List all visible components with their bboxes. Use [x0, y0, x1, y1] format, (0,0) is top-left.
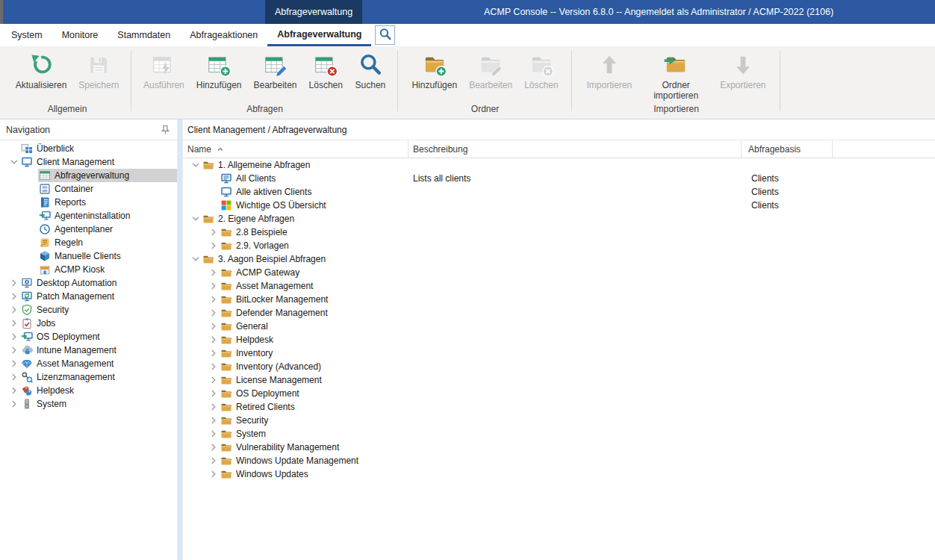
chevron-right-icon[interactable]	[207, 388, 220, 399]
nav-item-client-management[interactable]: Client Management	[0, 155, 177, 169]
table-row-security[interactable]: Security	[183, 414, 935, 427]
ribbon-importieren-ordner-importieren-button[interactable]: Ordner importieren	[638, 50, 714, 101]
nav-item-agenteninstallation[interactable]: Agenteninstallation	[0, 209, 177, 223]
menu-item-stammdaten[interactable]: Stammdaten	[108, 24, 180, 46]
license-icon	[21, 371, 33, 383]
chevron-right-icon[interactable]	[207, 455, 220, 467]
menu-item-abfrageaktionen[interactable]: Abfrageaktionen	[180, 24, 267, 46]
table-row-acmp-gateway[interactable]: ACMP Gateway	[183, 266, 935, 279]
nav-item-helpdesk[interactable]: Helpdesk	[0, 384, 177, 397]
chevron-right-icon[interactable]	[7, 358, 20, 370]
chevron-right-icon[interactable]	[207, 240, 220, 252]
chevron-right-icon[interactable]	[207, 280, 220, 292]
chevron-right-icon[interactable]	[207, 428, 220, 440]
chevron-right-icon[interactable]	[7, 344, 20, 356]
table-row-3-aagon-beispiel-abfragen[interactable]: 3. Aagon Beispiel Abfragen	[183, 252, 935, 266]
chevron-down-icon[interactable]	[189, 253, 202, 265]
nav-item-desktop-automation[interactable]: Desktop Automation	[0, 276, 177, 290]
chevron-right-icon[interactable]	[7, 398, 20, 410]
table-row-retired-clients[interactable]: Retired Clients	[183, 400, 935, 414]
table-row-vulnerability-management[interactable]: Vulnerability Management	[183, 441, 935, 454]
nav-item-jobs[interactable]: Jobs	[0, 317, 177, 330]
column-header-name[interactable]: Name	[183, 140, 409, 158]
ribbon-abfragen-loeschen-button[interactable]: Löschen	[303, 50, 349, 90]
folder-icon	[202, 213, 214, 225]
chevron-right-icon[interactable]	[207, 361, 220, 373]
table-row-os-deployment[interactable]: OS Deployment	[183, 387, 935, 400]
chevron-right-icon[interactable]	[207, 293, 220, 305]
chevron-right-icon[interactable]	[207, 401, 220, 413]
nav-item-lizenzmanagement[interactable]: Lizenzmanagement	[0, 370, 177, 384]
table-row-helpdesk[interactable]: Helpdesk	[183, 333, 935, 346]
chevron-right-icon[interactable]	[207, 307, 220, 319]
nav-item-system[interactable]: System	[0, 397, 177, 411]
chevron-right-icon[interactable]	[207, 374, 220, 386]
nav-item-intune-management[interactable]: Intune Management	[0, 343, 177, 357]
nav-item-ueberblick[interactable]: Überblick	[0, 142, 177, 155]
table-row-2-eigene-abfragen[interactable]: 2. Eigene Abfragen	[183, 212, 935, 225]
chevron-right-icon[interactable]	[207, 334, 220, 346]
nav-item-regeln[interactable]: Regeln	[0, 236, 177, 249]
table-row-asset-management[interactable]: Asset Management	[183, 279, 935, 293]
navigation-panel-header: Navigation	[0, 119, 177, 140]
nav-item-inner: Reports	[38, 196, 177, 209]
nav-item-manuelle-clients[interactable]: Manuelle Clients	[0, 249, 177, 263]
menu-item-system[interactable]: System	[1, 24, 52, 46]
column-header-abfragebasis[interactable]: Abfragebasis	[742, 140, 833, 158]
nav-item-agentenplaner[interactable]: Agentenplaner	[0, 223, 177, 236]
menu-item-monitore[interactable]: Monitore	[52, 24, 108, 46]
table-row-defender-management[interactable]: Defender Management	[183, 306, 935, 320]
chevron-right-icon[interactable]	[7, 371, 20, 383]
ribbon-abfragen-hinzufuegen-button[interactable]: Hinzufügen	[190, 50, 248, 90]
cell-name: General	[183, 320, 409, 333]
table-row-general[interactable]: General	[183, 320, 935, 333]
table-row-2-8-beispiele[interactable]: 2.8 Beispiele	[183, 225, 935, 239]
pin-icon[interactable]	[159, 124, 171, 136]
table-row-bitlocker-management[interactable]: BitLocker Management	[183, 293, 935, 306]
chevron-down-icon[interactable]	[7, 156, 20, 168]
ribbon-ordner-hinzufuegen-button[interactable]: Hinzufügen	[406, 50, 463, 90]
chevron-right-icon[interactable]	[207, 226, 220, 238]
chevron-right-icon[interactable]	[207, 267, 220, 279]
table-row-license-management[interactable]: License Management	[183, 373, 935, 387]
chevron-right-icon[interactable]	[7, 385, 20, 396]
nav-item-container[interactable]: Container	[0, 182, 177, 196]
chevron-right-icon[interactable]	[7, 277, 20, 289]
table-row-alle-aktiven-clients[interactable]: Alle aktiven ClientsClients	[183, 185, 935, 199]
nav-item-abfrageverwaltung[interactable]: Abfrageverwaltung	[0, 169, 177, 182]
nav-item-acmp-kiosk[interactable]: ACMP Kiosk	[0, 263, 177, 276]
chevron-right-icon[interactable]	[7, 304, 20, 316]
chevron-right-icon[interactable]	[207, 441, 220, 453]
chevron-right-icon[interactable]	[7, 290, 20, 302]
clock-icon	[39, 223, 51, 235]
table-row-system[interactable]: System	[183, 427, 935, 441]
ribbon-allgemein-aktualisieren-button[interactable]: Aktualisieren	[10, 50, 73, 90]
chevron-right-icon[interactable]	[207, 320, 220, 332]
chevron-down-icon[interactable]	[189, 159, 202, 171]
nav-item-patch-management[interactable]: Patch Management	[0, 290, 177, 303]
panel-splitter[interactable]	[177, 119, 183, 560]
nav-item-os-deployment[interactable]: OS Deployment	[0, 330, 177, 343]
chevron-right-icon[interactable]	[207, 414, 220, 426]
column-header-beschreibung[interactable]: Beschreibung	[409, 140, 742, 158]
chevron-right-icon[interactable]	[207, 347, 220, 359]
table-row-wichtige-os-uebersicht[interactable]: Wichtige OS ÜbersichtClients	[183, 199, 935, 212]
table-row-inventory-advanced[interactable]: Inventory (Advanced)	[183, 360, 935, 373]
menu-search-button[interactable]	[375, 25, 395, 45]
table-row-1-allgemeine-abfragen[interactable]: 1. Allgemeine Abfragen	[183, 158, 935, 172]
chevron-right-icon[interactable]	[7, 331, 20, 343]
chevron-right-icon[interactable]	[7, 317, 20, 329]
menu-item-abfrageverwaltung[interactable]: Abfrageverwaltung	[267, 24, 371, 46]
table-row-windows-update-management[interactable]: Windows Update Management	[183, 454, 935, 467]
nav-item-asset-management[interactable]: Asset Management	[0, 357, 177, 370]
nav-item-reports[interactable]: Reports	[0, 196, 177, 209]
table-row-all-clients[interactable]: All ClientsLists all clientsClients	[183, 172, 935, 185]
table-row-windows-updates[interactable]: Windows Updates	[183, 467, 935, 481]
table-row-inventory[interactable]: Inventory	[183, 346, 935, 360]
chevron-right-icon[interactable]	[207, 468, 220, 480]
ribbon-abfragen-suchen-button[interactable]: Suchen	[349, 50, 392, 90]
ribbon-abfragen-bearbeiten-button[interactable]: Bearbeiten	[248, 50, 303, 90]
nav-item-security[interactable]: Security	[0, 303, 177, 317]
chevron-down-icon[interactable]	[189, 213, 202, 225]
table-row-2-9-vorlagen[interactable]: 2.9. Vorlagen	[183, 239, 935, 252]
